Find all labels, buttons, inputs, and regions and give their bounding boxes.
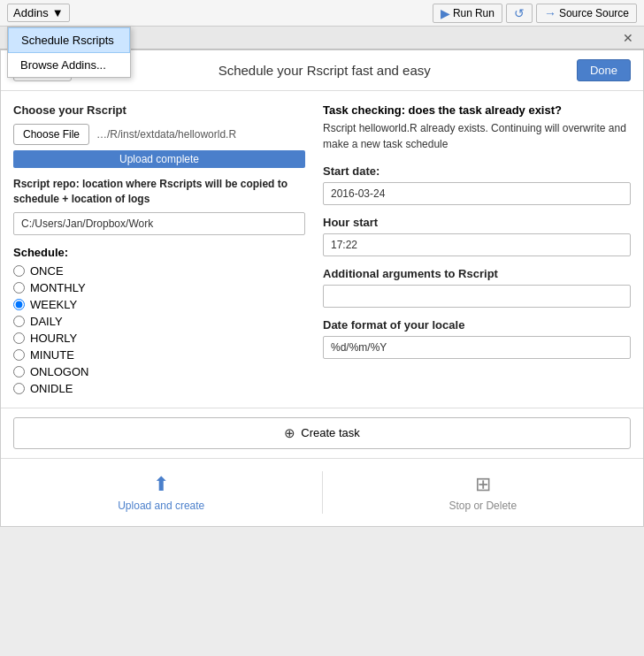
schedule-radio-group: ONCE MONTHLY WEEKLY DAILY HOURLY (13, 264, 305, 395)
schedule-onidle-radio[interactable] (13, 383, 25, 394)
source-arrow-icon: → (544, 6, 556, 20)
additional-args-input[interactable] (323, 285, 631, 308)
upload-label: Upload and create (118, 500, 204, 512)
task-check-title: Task checking: does the task already exi… (323, 103, 631, 117)
schedule-onlogon[interactable]: ONLOGON (13, 365, 305, 378)
schedule-weekly[interactable]: WEEKLY (13, 298, 305, 311)
run-label: Run (453, 7, 472, 19)
choose-rscript-label: Choose your Rscript (13, 103, 305, 117)
schedule-once-radio[interactable] (13, 265, 25, 277)
close-button[interactable]: ✕ (619, 31, 637, 45)
reload-icon: ↺ (514, 6, 525, 20)
date-format-label: Date format of your locale (323, 318, 631, 332)
choose-file-button[interactable]: Choose File (13, 124, 89, 145)
bottom-actions: ⬆ Upload and create ⊞ Stop or Delete (1, 458, 643, 526)
schedule-monthly-label: MONTHLY (30, 281, 86, 294)
source-label: Source (559, 7, 593, 19)
schedule-onidle[interactable]: ONIDLE (13, 382, 305, 395)
stop-label: Stop or Delete (448, 500, 517, 512)
dropdown-item-browse[interactable]: Browse Addins... (8, 53, 130, 77)
start-date-label: Start date: (323, 164, 631, 178)
create-task-label: Create task (301, 426, 359, 439)
file-chooser-row: Choose File …/R/inst/extdata/helloworld.… (13, 124, 305, 145)
schedule-onlogon-radio[interactable] (13, 366, 25, 378)
schedule-hourly-radio[interactable] (13, 332, 25, 344)
run-icon: ▶ (441, 6, 450, 20)
additional-args-label: Additional arguments to Rscript (323, 267, 631, 280)
dialog: Cancel Schedule your Rscript fast and ea… (0, 50, 644, 527)
stop-delete-button[interactable]: ⊞ Stop or Delete (323, 468, 644, 517)
schedule-onidle-label: ONIDLE (30, 382, 73, 395)
dialog-body: Choose your Rscript Choose File …/R/inst… (1, 91, 643, 408)
upload-create-button[interactable]: ⬆ Upload and create (1, 468, 322, 517)
schedule-daily[interactable]: DAILY (13, 315, 305, 328)
addins-menu[interactable]: Addins ▼ (7, 4, 70, 22)
schedule-weekly-label: WEEKLY (30, 298, 77, 311)
schedule-minute-label: MINUTE (30, 348, 74, 362)
schedule-monthly-radio[interactable] (13, 282, 25, 294)
run-text: Run (475, 7, 494, 19)
dialog-title: Schedule your Rscript fast and easy (218, 63, 431, 78)
schedule-monthly[interactable]: MONTHLY (13, 281, 305, 294)
addins-label: Addins (13, 6, 49, 19)
menu-bar: Addins ▼ Schedule Rscripts Browse Addins… (0, 0, 644, 27)
run-button[interactable]: ▶ Run Run (433, 4, 502, 23)
dialog-footer: ⊕ Create task (1, 408, 643, 458)
source-button[interactable]: → Source Source (536, 4, 637, 23)
schedule-label: Schedule: (13, 246, 305, 259)
create-task-icon: ⊕ (284, 425, 295, 441)
schedule-minute[interactable]: MINUTE (13, 348, 305, 362)
create-task-button[interactable]: ⊕ Create task (13, 417, 631, 449)
schedule-hourly-label: HOURLY (30, 332, 77, 345)
task-check-text: Rscript helloworld.R already exists. Con… (323, 120, 631, 152)
schedule-hourly[interactable]: HOURLY (13, 332, 305, 345)
schedule-daily-radio[interactable] (13, 316, 25, 327)
reload-button[interactable]: ↺ (506, 4, 533, 23)
dropdown-arrow-icon: ▼ (52, 6, 64, 19)
upload-progress-bar: Upload complete (13, 150, 305, 168)
repo-path-input[interactable] (13, 212, 305, 235)
upload-icon: ⬆ (153, 473, 169, 496)
right-toolbar: ▶ Run Run ↺ → Source Source (433, 4, 637, 23)
start-date-input[interactable] (323, 182, 631, 205)
done-button[interactable]: Done (577, 59, 631, 81)
right-panel: Task checking: does the task already exi… (323, 103, 631, 395)
addins-dropdown: Schedule Rscripts Browse Addins... (7, 27, 131, 78)
dropdown-item-schedule[interactable]: Schedule Rscripts (8, 27, 130, 53)
grid-icon: ⊞ (475, 473, 491, 496)
hour-start-label: Hour start (323, 216, 631, 229)
schedule-weekly-radio[interactable] (13, 299, 25, 310)
schedule-once-label: ONCE (30, 264, 64, 278)
schedule-once[interactable]: ONCE (13, 264, 305, 278)
left-panel: Choose your Rscript Choose File …/R/inst… (13, 103, 305, 395)
schedule-minute-radio[interactable] (13, 349, 25, 361)
schedule-daily-label: DAILY (30, 315, 63, 328)
repo-label: Rscript repo: location where Rscripts wi… (13, 177, 305, 207)
schedule-onlogon-label: ONLOGON (30, 365, 88, 378)
date-format-input[interactable] (323, 336, 631, 359)
hour-start-input[interactable] (323, 233, 631, 256)
source-text: Source (595, 7, 629, 19)
file-path: …/R/inst/extdata/helloworld.R (96, 128, 236, 141)
